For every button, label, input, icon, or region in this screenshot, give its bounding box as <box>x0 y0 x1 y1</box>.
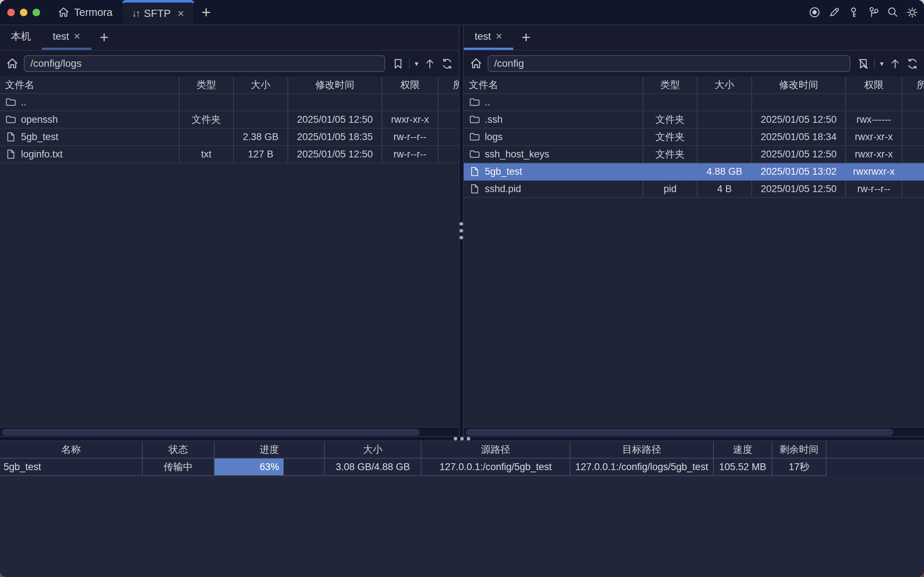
column-header-perm[interactable]: 权限 <box>382 77 439 94</box>
file-row[interactable]: 5gb_test 2.38 GB 2025/01/05 18:35 rw-r--… <box>0 129 459 146</box>
bookmark-icon[interactable] <box>392 57 404 70</box>
right-pane-tabbar: test ✕ + <box>464 25 924 50</box>
column-header-size[interactable]: 大小 <box>698 77 752 94</box>
pane-splitter[interactable] <box>459 25 464 436</box>
folder-icon <box>469 114 481 125</box>
tab-sftp[interactable]: ↓↑ SFTP ✕ <box>122 0 194 24</box>
chevron-down-icon[interactable]: ▾ <box>415 59 418 68</box>
file-icon <box>469 183 481 195</box>
file-mtime: 2025/01/05 12:50 <box>752 181 846 198</box>
column-header-mtime[interactable]: 修改时间 <box>288 77 382 94</box>
transfer-row[interactable]: 5gb_test 传输中 63% 3.08 GB/4.88 GB 127.0.0… <box>0 459 924 476</box>
file-icon <box>469 166 481 177</box>
file-row[interactable]: logs 文件夹 2025/01/05 18:34 rwxr-xr-x <box>464 129 924 146</box>
right-path-input[interactable] <box>488 55 850 72</box>
folder-icon <box>469 97 481 108</box>
left-path-actions: ▾ <box>392 57 453 70</box>
file-name: 5gb_test <box>21 131 58 143</box>
splitter-handle-icon[interactable] <box>454 437 470 440</box>
file-row-selected[interactable]: 5gb_test 4.88 GB 2025/01/05 13:02 rwxrwx… <box>464 163 924 181</box>
search-icon[interactable] <box>887 6 899 18</box>
column-header-speed[interactable]: 速度 <box>714 441 772 459</box>
new-main-tab-button[interactable]: + <box>195 0 218 24</box>
branch-icon[interactable] <box>867 6 879 18</box>
refresh-icon[interactable] <box>441 57 453 70</box>
file-size: 127 B <box>234 146 288 163</box>
left-tab-local[interactable]: 本机 <box>0 25 42 50</box>
up-directory-icon[interactable] <box>889 57 901 70</box>
up-directory-icon[interactable] <box>423 57 435 70</box>
bookmark-slash-icon[interactable] <box>857 57 869 70</box>
left-path-input[interactable] <box>24 55 385 72</box>
chevron-down-icon[interactable]: ▾ <box>880 59 884 68</box>
progress-label: 63% <box>260 461 279 473</box>
column-header-owner[interactable]: 所有者 <box>439 77 459 94</box>
file-row[interactable]: openssh 文件夹 2025/01/05 12:50 rwxr-xr-x <box>0 111 459 129</box>
pencil-icon[interactable] <box>828 6 840 18</box>
file-row[interactable]: .. <box>464 94 924 111</box>
file-perm: rwxrwxr-x <box>846 163 902 181</box>
folder-icon <box>469 148 481 160</box>
file-row[interactable]: loginfo.txt txt 127 B 2025/01/05 12:50 r… <box>0 146 459 163</box>
minimize-window-button[interactable] <box>20 9 27 16</box>
home-icon[interactable] <box>6 57 19 70</box>
file-perm: rwx------ <box>846 111 902 129</box>
left-table-header: 文件名 类型 大小 修改时间 权限 所有者 <box>0 77 459 94</box>
tab-sftp-close-icon[interactable]: ✕ <box>177 9 184 19</box>
divider <box>874 58 875 69</box>
file-name: logs <box>485 131 503 143</box>
transfer-splitter[interactable] <box>0 436 924 441</box>
right-path-actions: ▾ <box>857 57 918 70</box>
file-row[interactable]: ssh_host_keys 文件夹 2025/01/05 12:50 rwxr-… <box>464 146 924 163</box>
column-header-type[interactable]: 类型 <box>643 77 698 94</box>
scrollbar-thumb[interactable] <box>2 429 420 435</box>
window-controls <box>0 0 48 24</box>
column-header-size[interactable]: 大小 <box>325 441 421 459</box>
column-header-name[interactable]: 文件名 <box>464 77 643 94</box>
file-size <box>234 94 288 111</box>
right-new-tab-button[interactable]: + <box>513 25 539 50</box>
file-type <box>643 94 698 111</box>
key-icon[interactable] <box>847 6 860 18</box>
column-header-type[interactable]: 类型 <box>179 77 234 94</box>
right-tab-test-close-icon[interactable]: ✕ <box>495 31 503 42</box>
left-horizontal-scrollbar[interactable] <box>0 427 459 436</box>
left-tab-local-label: 本机 <box>11 30 31 44</box>
refresh-icon[interactable] <box>906 57 918 70</box>
right-horizontal-scrollbar[interactable] <box>464 427 924 436</box>
column-header-size[interactable]: 大小 <box>234 77 288 94</box>
file-size: 4 B <box>698 181 752 198</box>
record-icon[interactable] <box>808 6 821 18</box>
local-pane: 本机 test ✕ + ▾ 文件名 类型 大小 修改 <box>0 25 459 436</box>
column-header-progress[interactable]: 进度 <box>214 441 325 459</box>
close-window-button[interactable] <box>7 9 15 16</box>
scrollbar-thumb[interactable] <box>466 429 893 435</box>
left-new-tab-button[interactable]: + <box>91 25 117 50</box>
column-header-owner[interactable]: 所有者 <box>902 77 924 94</box>
gear-icon[interactable] <box>906 6 918 18</box>
left-tab-test-close-icon[interactable]: ✕ <box>73 31 81 42</box>
column-header-name[interactable]: 文件名 <box>0 77 179 94</box>
tab-termora[interactable]: Termora <box>48 0 122 24</box>
file-type <box>179 129 234 146</box>
column-header-perm[interactable]: 权限 <box>846 77 902 94</box>
splitter-handle-icon[interactable] <box>460 222 463 239</box>
progress-bar: 63% <box>214 459 284 475</box>
column-header-trailing <box>826 441 924 459</box>
file-row[interactable]: .. <box>0 94 459 111</box>
file-row[interactable]: sshd.pid pid 4 B 2025/01/05 12:50 rw-r--… <box>464 181 924 198</box>
column-header-source[interactable]: 源路径 <box>421 441 570 459</box>
left-tab-test[interactable]: test ✕ <box>42 25 91 50</box>
column-header-name[interactable]: 名称 <box>0 441 143 459</box>
column-header-target[interactable]: 目标路径 <box>570 441 714 459</box>
file-type: 文件夹 <box>179 111 234 129</box>
home-icon[interactable] <box>469 57 482 70</box>
home-icon <box>57 6 70 18</box>
right-tab-test[interactable]: test ✕ <box>464 25 513 50</box>
file-size <box>698 94 752 111</box>
column-header-remaining[interactable]: 剩余时间 <box>772 441 826 459</box>
file-row[interactable]: .ssh 文件夹 2025/01/05 12:50 rwx------ <box>464 111 924 129</box>
column-header-mtime[interactable]: 修改时间 <box>752 77 846 94</box>
column-header-status[interactable]: 状态 <box>143 441 214 459</box>
zoom-window-button[interactable] <box>32 9 40 16</box>
